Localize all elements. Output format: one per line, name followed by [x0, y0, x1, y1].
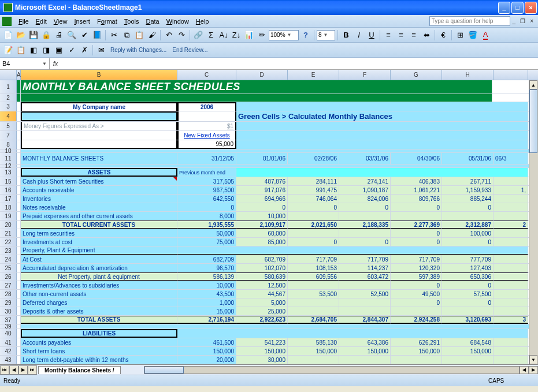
cell[interactable]: 30,000	[236, 356, 288, 364]
cell[interactable]	[17, 316, 21, 324]
cell[interactable]: 0	[339, 203, 391, 211]
rev-icon-8[interactable]: ✉	[95, 44, 107, 56]
line-item[interactable]: Notes receivable	[21, 203, 177, 211]
copy-icon[interactable]: ⧉	[121, 29, 132, 41]
row-header[interactable]: 10	[0, 150, 17, 152]
cell[interactable]	[236, 140, 528, 149]
menu-insert[interactable]: Insert	[71, 17, 94, 26]
cell[interactable]: 0	[236, 203, 288, 211]
cell[interactable]: 585,130	[288, 338, 339, 346]
row-header[interactable]: 5	[0, 122, 17, 130]
cell[interactable]: 49,500	[391, 290, 442, 298]
align-right-icon[interactable]: ≡	[408, 29, 420, 41]
cell[interactable]	[288, 307, 339, 315]
cell[interactable]	[21, 140, 177, 149]
cell[interactable]: 52,500	[339, 290, 391, 298]
row-header[interactable]: 25	[0, 264, 17, 272]
menu-window[interactable]: Window	[163, 17, 192, 26]
row-header[interactable]: 40	[0, 329, 17, 338]
row-header[interactable]: 24	[0, 255, 17, 263]
col-B[interactable]: B	[21, 70, 177, 80]
cell[interactable]	[494, 307, 528, 315]
cell[interactable]: 44,567	[236, 290, 288, 298]
cell[interactable]	[17, 153, 21, 164]
cell[interactable]	[17, 186, 21, 194]
cell[interactable]: 12,500	[236, 281, 288, 289]
rev-icon-3[interactable]: ◧	[28, 44, 39, 56]
cell[interactable]: 694,966	[236, 195, 288, 203]
print-icon[interactable]: 🖨	[53, 29, 65, 41]
line-item[interactable]: At Cost	[21, 255, 177, 263]
cell[interactable]	[494, 229, 528, 237]
cell[interactable]	[494, 281, 528, 289]
cell[interactable]	[17, 338, 21, 346]
row-header[interactable]: 42	[0, 347, 17, 355]
row-header[interactable]: 23	[0, 247, 17, 255]
cell[interactable]	[17, 264, 21, 272]
scroll-left-icon[interactable]: ◀	[520, 366, 529, 374]
help-search-input[interactable]	[429, 16, 510, 26]
cell[interactable]	[494, 212, 528, 220]
menu-view[interactable]: View	[50, 17, 71, 26]
cell[interactable]: 05/31/06	[442, 153, 494, 164]
cell[interactable]	[339, 307, 391, 315]
cell[interactable]: 0	[288, 203, 339, 211]
cell[interactable]: 917,076	[236, 186, 288, 194]
cell[interactable]	[236, 168, 528, 177]
cell[interactable]	[17, 102, 21, 111]
row-header[interactable]: 18	[0, 203, 17, 211]
cell[interactable]	[21, 150, 532, 152]
cell[interactable]: 0	[339, 238, 391, 246]
drawing-icon[interactable]: ✏	[256, 29, 268, 41]
cell[interactable]: 2,922,623	[236, 316, 288, 324]
horizontal-scrollbar[interactable]	[144, 366, 520, 374]
hscroll-thumb[interactable]	[144, 367, 184, 374]
cell[interactable]	[17, 131, 21, 140]
row-header[interactable]: 28	[0, 290, 17, 298]
cell[interactable]	[339, 281, 391, 289]
cell[interactable]	[21, 94, 492, 102]
cell[interactable]: 102,070	[236, 264, 288, 272]
cell[interactable]: 603,472	[339, 272, 391, 281]
cell[interactable]: Previous month end	[177, 168, 236, 177]
cell[interactable]: 31/12/05	[177, 153, 236, 164]
vertical-scrollbar[interactable]: ▲ ▼	[529, 80, 538, 364]
cell[interactable]	[21, 324, 532, 328]
cell[interactable]: 0	[391, 203, 442, 211]
scroll-up-icon[interactable]: ▲	[529, 80, 537, 89]
zoom-combo[interactable]: 100%▼	[269, 30, 299, 40]
cell[interactable]	[339, 229, 391, 237]
cell[interactable]	[494, 255, 528, 263]
cell[interactable]	[494, 347, 528, 355]
row-header[interactable]: 4	[0, 111, 17, 121]
cell[interactable]: 75,000	[177, 238, 236, 246]
close-button[interactable]: ×	[525, 2, 537, 14]
line-item[interactable]: Deferred charges	[21, 298, 177, 307]
cell[interactable]: 108,153	[288, 264, 339, 272]
cell[interactable]	[494, 272, 528, 281]
cell[interactable]	[17, 247, 21, 255]
chart-icon[interactable]: 📊	[243, 29, 255, 41]
open-icon[interactable]: 📂	[15, 29, 27, 41]
cell[interactable]	[17, 80, 21, 94]
mdi-close[interactable]: ×	[528, 18, 536, 24]
cell[interactable]	[391, 356, 442, 364]
liabilities-header[interactable]: LIABILITIES	[21, 329, 177, 338]
new-fixed-link[interactable]: New Fixed Assets	[177, 131, 236, 140]
select-all-corner[interactable]	[0, 70, 17, 80]
cell[interactable]: $1	[177, 122, 236, 130]
maximize-button[interactable]: □	[511, 2, 524, 14]
cell[interactable]: 597,389	[391, 272, 442, 281]
line-item[interactable]: Short term loans	[21, 347, 177, 355]
cell[interactable]: 10,000	[177, 281, 236, 289]
cell[interactable]: 991,475	[288, 186, 339, 194]
cell[interactable]: 824,006	[339, 195, 391, 203]
row-header[interactable]: 2	[0, 94, 17, 102]
row-header[interactable]: 26	[0, 272, 17, 281]
cell[interactable]: 2,021,650	[288, 221, 339, 229]
cell[interactable]	[442, 356, 494, 364]
rev-icon-4[interactable]: ◨	[40, 44, 52, 56]
cell[interactable]	[17, 195, 21, 203]
cell[interactable]	[17, 356, 21, 364]
cell[interactable]: 150,000	[177, 347, 236, 355]
